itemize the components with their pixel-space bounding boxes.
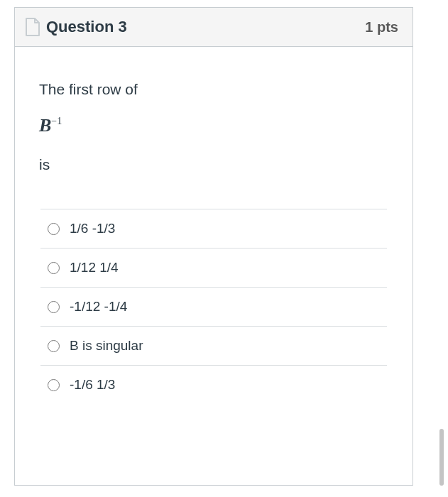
scrollbar-thumb[interactable]: [439, 429, 444, 486]
option-radio[interactable]: [48, 301, 60, 313]
option-row[interactable]: B is singular: [40, 326, 387, 365]
option-radio[interactable]: [48, 340, 60, 352]
option-label: -1/12 -1/4: [70, 299, 127, 315]
math-superscript: −1: [51, 116, 62, 126]
math-base: B: [39, 115, 51, 136]
option-label: B is singular: [70, 338, 143, 354]
prompt-line-2: is: [39, 156, 388, 173]
question-body: The first row of B−1 is 1/6 -1/3 1/12 1/…: [15, 47, 413, 411]
option-row[interactable]: 1/12 1/4: [40, 248, 387, 287]
option-label: 1/6 -1/3: [70, 221, 115, 236]
option-row[interactable]: 1/6 -1/3: [40, 209, 387, 248]
file-outline-icon: [25, 18, 40, 36]
header-left: Question 3: [25, 18, 127, 36]
option-radio[interactable]: [48, 379, 60, 391]
prompt-math: B−1: [39, 115, 388, 136]
option-label: 1/12 1/4: [70, 260, 119, 275]
option-label: -1/6 1/3: [70, 377, 115, 393]
question-title: Question 3: [46, 18, 127, 36]
option-row[interactable]: -1/6 1/3: [40, 365, 387, 404]
option-radio[interactable]: [48, 223, 60, 235]
option-radio[interactable]: [48, 262, 60, 274]
options-list: 1/6 -1/3 1/12 1/4 -1/12 -1/4 B is singul…: [40, 209, 387, 404]
question-points: 1 pts: [365, 19, 398, 36]
question-header: Question 3 1 pts: [15, 8, 413, 47]
option-row[interactable]: -1/12 -1/4: [40, 287, 387, 326]
question-card: Question 3 1 pts The first row of B−1 is…: [14, 7, 413, 486]
prompt-line-1: The first row of: [39, 81, 388, 98]
